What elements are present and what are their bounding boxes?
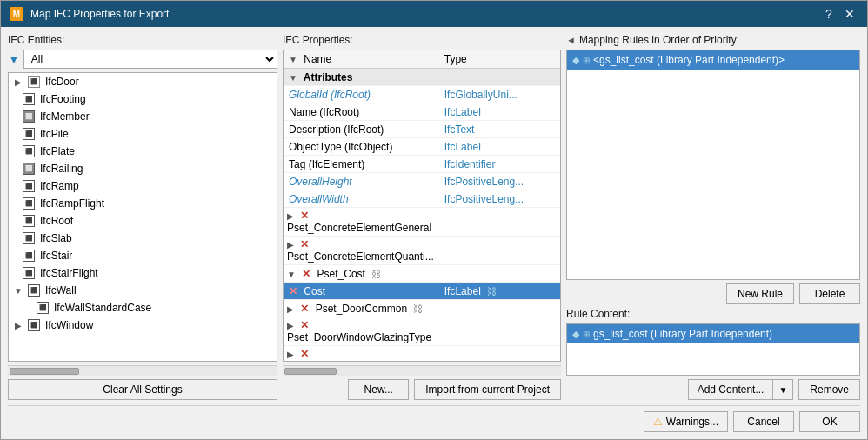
add-content-group: Add Content... ▼ (688, 379, 794, 400)
table-row[interactable]: ▶ ✕ Pset_DoorWindowShadingTy... (284, 346, 560, 363)
table-row[interactable]: ▶ ✕ Pset_ConcreteElementGeneral (284, 208, 560, 237)
close-button[interactable]: ✕ (841, 5, 858, 23)
mapping-rule-item[interactable]: ◆ ⊞ <gs_list_cost (Library Part Independ… (567, 50, 859, 70)
table-row[interactable]: OverallWidth IfcPositiveLeng... (284, 190, 560, 208)
list-item[interactable]: ⬛ IfcStairFlight (9, 264, 277, 282)
expand-triangle: ▶ (287, 211, 294, 221)
row-type (439, 265, 560, 283)
expand-triangle: ▶ (287, 240, 294, 250)
row-type (439, 346, 560, 363)
middle-panel-buttons: New... Import from current Project (283, 379, 561, 400)
link-icon: ⛓ (413, 303, 423, 314)
list-item[interactable]: ⬛ IfcFooting (9, 90, 277, 108)
list-item[interactable]: ▼ ⬛ IfcWall (9, 282, 277, 299)
ifc-roof-icon: ⬛ (23, 215, 35, 227)
bottom-right-buttons: ⚠ Warnings... Cancel OK (644, 411, 860, 432)
list-item[interactable]: ⬛ IfcWallStandardCase (9, 299, 277, 317)
rule-diamond-icon: ◆ (572, 329, 579, 340)
ifc-properties-tree[interactable]: ▼ Name Type (283, 50, 561, 362)
table-row[interactable]: ▼ ✕ Pset_Cost ⛓ (284, 265, 560, 283)
list-item[interactable]: ⬛ IfcRampFlight (9, 195, 277, 212)
table-row[interactable]: ✕ Cost IfcLabel ⛓ (284, 283, 560, 300)
hscroll-thumb (284, 368, 337, 375)
table-row[interactable]: ObjectType (IfcObject) IfcLabel (284, 138, 560, 156)
help-button[interactable]: ? (820, 5, 838, 23)
row-type: IfcIdentifier (439, 156, 560, 173)
main-dialog: M Map IFC Properties for Export ? ✕ IFC … (0, 0, 868, 440)
table-row[interactable]: Description (IfcRoot) IfcText (284, 121, 560, 138)
list-item[interactable]: ▶ ⬛ IfcWindow (9, 317, 277, 334)
list-item[interactable]: ⬛ IfcRoof (9, 212, 277, 230)
import-from-project-button[interactable]: Import from current Project (414, 379, 561, 400)
filter-row: ▼ All (8, 50, 277, 69)
mapping-rules-list[interactable]: ◆ ⊞ <gs_list_cost (Library Part Independ… (566, 50, 860, 280)
list-item[interactable]: ⬛ IfcStair (9, 247, 277, 264)
red-x-icon: ✕ (300, 238, 309, 250)
entity-label: IfcFooting (40, 93, 86, 105)
entity-filter-select[interactable]: All (23, 50, 277, 69)
row-type: IfcPositiveLeng... (439, 190, 560, 208)
ifc-railing-icon: ⬜ (23, 163, 35, 175)
new-button[interactable]: New... (348, 379, 409, 400)
remove-button[interactable]: Remove (798, 379, 860, 400)
clear-all-settings-button[interactable]: Clear All Settings (8, 379, 277, 400)
entity-label: IfcMember (40, 110, 90, 123)
row-type: IfcLabel (439, 138, 560, 156)
ifc-member-icon: ⬜ (23, 110, 35, 123)
list-item[interactable]: ⬛ IfcPile (9, 125, 277, 143)
rule-content-list[interactable]: ◆ ⊞ gs_list_cost (Library Part Independe… (566, 323, 860, 376)
ok-button[interactable]: OK (799, 411, 860, 432)
row-name: Name (IfcRoot) (284, 103, 439, 121)
col-header-type[interactable]: Type (439, 50, 560, 69)
row-name: ▼ Attributes (284, 69, 560, 86)
hscroll-thumb (10, 368, 79, 375)
row-name: ▶ ✕ Pset_ConcreteElementQuanti... (284, 237, 439, 265)
entity-label: IfcWall (45, 284, 77, 297)
mapping-rules-header: ◄ Mapping Rules in Order of Priority: (566, 34, 860, 46)
delete-button[interactable]: Delete (799, 283, 860, 304)
ifc-pile-icon: ⬛ (23, 128, 35, 140)
middle-panel-hscroll[interactable] (283, 365, 561, 376)
table-row[interactable]: ▶ ✕ Pset_DoorCommon ⛓ (284, 300, 560, 317)
row-name: ▶ ✕ Pset_ConcreteElementGeneral (284, 208, 439, 237)
add-content-dropdown-button[interactable]: ▼ (772, 379, 793, 400)
expand-icon: ▶ (14, 77, 23, 86)
table-row[interactable]: OverallHeight IfcPositiveLeng... (284, 173, 560, 190)
ifc-slab-icon: ⬛ (23, 232, 35, 244)
table-row[interactable]: ▶ ✕ Pset_DoorWindowGlazingType (284, 317, 560, 346)
col-header-name[interactable]: ▼ Name (284, 50, 439, 69)
entity-list[interactable]: ▶ ⬛ IfcDoor ⬛ IfcFooting ⬜ IfcMember ⬛ (8, 72, 277, 362)
middle-panel: IFC Properties: ▼ Name Type (283, 34, 561, 400)
ifc-plate-icon: ⬛ (23, 145, 35, 157)
list-item[interactable]: ⬛ IfcRamp (9, 177, 277, 195)
title-bar-left: M Map IFC Properties for Export (10, 7, 169, 21)
main-content: IFC Entities: ▼ All ▶ ⬛ IfcDoor ⬛ (1, 27, 867, 439)
table-row[interactable]: GlobalId (IfcRoot) IfcGloballyUni... (284, 86, 560, 103)
add-content-button[interactable]: Add Content... (688, 379, 773, 400)
ifc-footing-icon: ⬛ (23, 93, 35, 105)
list-item[interactable]: ⬜ IfcRailing (9, 160, 277, 177)
list-item[interactable]: ⬜ IfcMember (9, 108, 277, 125)
new-rule-button[interactable]: New Rule (726, 283, 794, 304)
rule-content-item[interactable]: ◆ ⊞ gs_list_cost (Library Part Independe… (567, 324, 859, 343)
red-x-icon: ✕ (300, 303, 309, 315)
list-item[interactable]: ⬛ IfcPlate (9, 143, 277, 160)
ifc-wall-icon: ⬛ (28, 284, 40, 297)
left-panel-hscroll[interactable] (8, 365, 277, 376)
table-row[interactable]: Tag (IfcElement) IfcIdentifier (284, 156, 560, 173)
cancel-button[interactable]: Cancel (733, 411, 794, 432)
link-icon: ⛓ (371, 269, 381, 279)
row-type (439, 237, 560, 265)
collapse-triangle: ▼ (287, 270, 296, 279)
table-row[interactable]: Name (IfcRoot) IfcLabel (284, 103, 560, 121)
ifc-door-icon: ⬛ (28, 76, 40, 88)
list-item[interactable]: ▶ ⬛ IfcDoor (9, 73, 277, 90)
row-name: OverallHeight (284, 173, 439, 190)
table-row[interactable]: ▶ ✕ Pset_ConcreteElementQuanti... (284, 237, 560, 265)
list-item[interactable]: ⬛ IfcSlab (9, 230, 277, 247)
entity-label: IfcPile (40, 128, 69, 140)
row-name: ▶ ✕ Pset_DoorWindowGlazingType (284, 317, 439, 346)
warnings-button[interactable]: ⚠ Warnings... (644, 411, 728, 432)
row-name: ObjectType (IfcObject) (284, 138, 439, 156)
table-row[interactable]: ▼ Attributes (284, 69, 560, 86)
